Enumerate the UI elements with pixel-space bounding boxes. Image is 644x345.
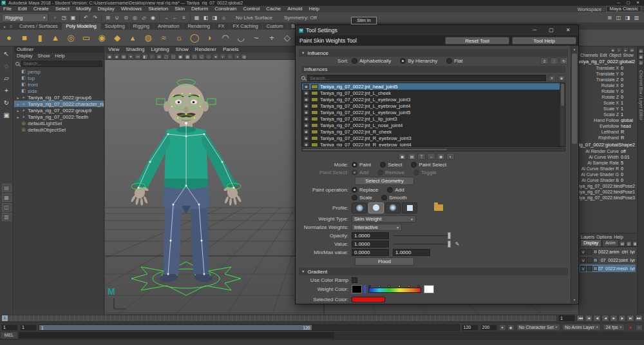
select-geometry-button[interactable]: Select Geometry bbox=[355, 177, 414, 185]
speed-slow-icon[interactable]: ▹ bbox=[616, 47, 622, 52]
channel-value[interactable]: R bbox=[621, 135, 636, 140]
shadows-icon[interactable]: ◑ bbox=[234, 54, 240, 59]
copy-weights-icon[interactable]: ▣ bbox=[398, 153, 406, 160]
poly-disc-icon[interactable]: ◉ bbox=[95, 31, 109, 45]
construction-history-icon[interactable]: ≡ bbox=[180, 14, 188, 22]
workspace-value[interactable]: Maya Classic bbox=[606, 6, 641, 12]
influence-visibility-icon[interactable]: ◉ bbox=[303, 123, 309, 128]
redo-icon[interactable]: ↷ bbox=[91, 14, 99, 22]
scale-tool[interactable]: ▣ bbox=[1, 110, 12, 121]
new-layer-from-selected-icon[interactable]: ▥ bbox=[626, 241, 632, 246]
channel-row-ai-curve-shader-g[interactable]: Ai Curve Shader G0 bbox=[579, 172, 636, 177]
ipr-render-icon[interactable]: ◨ bbox=[211, 14, 219, 22]
animation-preferences-icon[interactable]: ☼ bbox=[636, 324, 643, 331]
menu-arnold[interactable]: Arnold bbox=[284, 6, 305, 12]
undo-icon[interactable]: ↶ bbox=[82, 14, 90, 22]
shelf-tab-sculpting[interactable]: Sculpting bbox=[101, 23, 129, 30]
snap-to-grid-icon[interactable]: ⊞ bbox=[104, 14, 112, 22]
layer-tab-anim[interactable]: Anim bbox=[602, 239, 619, 246]
open-scene-icon[interactable]: ◳ bbox=[60, 14, 68, 22]
sidebar-tool-settings-icon[interactable]: ◨ bbox=[623, 14, 632, 22]
output-connections-icon[interactable]: ← bbox=[171, 14, 179, 22]
ramp-marker-icon[interactable] bbox=[408, 285, 410, 288]
weight-color-ramp[interactable] bbox=[368, 285, 421, 294]
value-slider-handle[interactable] bbox=[448, 241, 451, 248]
menu-control[interactable]: Control bbox=[240, 6, 263, 12]
menu-edit[interactable]: Edit bbox=[15, 6, 30, 12]
influence-row-jnt-head-joint5[interactable]: ◉Taniya_rig_07_0022:jnt_head_joint5 bbox=[302, 83, 565, 90]
bookmarks-icon[interactable]: ▾ bbox=[128, 54, 134, 59]
shaded-icon[interactable]: ● bbox=[213, 54, 219, 59]
new-scene-icon[interactable]: ▫ bbox=[51, 14, 59, 22]
snap-to-curve-icon[interactable]: ∪ bbox=[113, 14, 121, 22]
channel-value[interactable]: 0 bbox=[621, 66, 636, 70]
channel-box-object-name[interactable]: Taniya_rig_07_0022:global2 bbox=[579, 59, 636, 65]
make-live-icon[interactable]: ◉ bbox=[149, 14, 157, 22]
ts-close-button[interactable]: ✕ bbox=[561, 25, 575, 35]
move-weights-icon[interactable]: ↔ bbox=[427, 153, 435, 160]
bind-pose-item[interactable]: Taniya_rig_07_0022:bindPose1 bbox=[579, 189, 636, 195]
shelf-tab-menu-icon[interactable]: ▾ bbox=[2, 25, 7, 29]
scroll-down-icon[interactable]: ▼ bbox=[571, 297, 578, 303]
influence-row-jnt-l-eyebrow-joint5[interactable]: ◉Taniya_rig_07_0022:jnt_L_eyebrow_joint5 bbox=[302, 109, 565, 115]
range-slider-track[interactable]: 1 120 bbox=[39, 324, 460, 331]
influence-color-swatch[interactable] bbox=[311, 104, 318, 108]
channel-row-ai-curve-shader-b[interactable]: Ai Curve Shader B0 bbox=[579, 177, 636, 183]
speed-fast-icon[interactable]: ≫ bbox=[629, 47, 635, 52]
textured-icon[interactable]: ◐ bbox=[220, 54, 226, 59]
menu-skeleton[interactable]: Skeleton bbox=[145, 6, 171, 12]
influence-visibility-icon[interactable]: ◉ bbox=[303, 116, 309, 121]
sort-by-hierarchy-radio[interactable] bbox=[400, 58, 406, 64]
render-settings-icon[interactable]: ☼ bbox=[220, 14, 228, 22]
current-frame-field[interactable] bbox=[558, 315, 575, 322]
minimize-button[interactable]: ─ bbox=[614, 0, 623, 6]
outliner-search-input[interactable] bbox=[21, 61, 102, 67]
maximize-button[interactable]: ▢ bbox=[623, 0, 633, 6]
channel-value[interactable]: 1 bbox=[621, 106, 636, 111]
viewport-menu-shading[interactable]: Shading bbox=[122, 46, 147, 53]
scroll-up-icon[interactable]: ▲ bbox=[571, 46, 578, 52]
outliner-menu-help[interactable]: Help bbox=[52, 53, 67, 59]
channel-box-menu-show[interactable]: Show bbox=[623, 53, 633, 59]
layer-row-joint-lyr[interactable]: VTaniya_rig_07_0022:joint_lyr bbox=[580, 256, 636, 264]
field-chart-icon[interactable]: ▩ bbox=[184, 54, 191, 59]
influence-row-jnt-l-eyebrow-joint3[interactable]: ◉Taniya_rig_07_0022:jnt_L_eyebrow_joint3 bbox=[302, 96, 565, 103]
channel-row-hand-follow[interactable]: Hand Followglobal bbox=[579, 117, 636, 123]
poly-torus-icon[interactable]: ◎ bbox=[64, 31, 78, 45]
snap-to-point-icon[interactable]: ⊙ bbox=[122, 14, 130, 22]
influence-visibility-icon[interactable]: ◉ bbox=[303, 135, 309, 141]
paint-select-toggle-radio[interactable] bbox=[413, 170, 419, 175]
influences-vertical-scrollbar[interactable] bbox=[560, 83, 565, 146]
outliner-item-defaultobjectset[interactable]: ◎defaultObjectSet bbox=[14, 126, 104, 133]
mode-paint-radio[interactable] bbox=[352, 162, 357, 168]
layer-tab-display[interactable]: Display bbox=[580, 239, 601, 246]
lock-camera-icon[interactable]: ◈ bbox=[113, 54, 120, 59]
influence-color-swatch[interactable] bbox=[311, 110, 318, 115]
layer-color-swatch[interactable] bbox=[593, 258, 598, 262]
pan-zoom-icon[interactable]: ◧ bbox=[142, 54, 148, 59]
outliner-item-front[interactable]: ◧front bbox=[14, 81, 104, 88]
influence-row-jnt-l-nose-joint4[interactable]: ◉Taniya_rig_07_0022:jnt_L_nose_joint4 bbox=[302, 122, 565, 128]
channel-row-ai-render-curve[interactable]: Ai Render Curveoff bbox=[579, 148, 636, 154]
outliner-item-side[interactable]: ◧side bbox=[14, 88, 104, 94]
range-slider-handle[interactable]: 1 120 bbox=[39, 325, 312, 330]
go-to-end-button[interactable]: ▶▶| bbox=[635, 315, 643, 322]
snap-to-view-plane-icon[interactable]: ▱ bbox=[140, 14, 148, 22]
min-value-field[interactable] bbox=[352, 249, 389, 256]
poly-sphere-icon[interactable]: ● bbox=[2, 31, 16, 45]
channel-row-scale-z[interactable]: Scale Z1 bbox=[579, 112, 636, 117]
menu-display[interactable]: Display bbox=[95, 6, 118, 12]
brush-square-button[interactable] bbox=[402, 202, 417, 213]
brush-solid-button[interactable] bbox=[368, 202, 384, 213]
influence-row-jnt-r-cheek[interactable]: ◉Taniya_rig_07_0022:jnt_R_cheek bbox=[302, 128, 565, 135]
menu-set-selector[interactable]: Rigging ▾ bbox=[2, 14, 48, 22]
channel-row-scale-y[interactable]: Scale Y1 bbox=[579, 106, 636, 112]
xray-icon[interactable]: ◍ bbox=[241, 54, 247, 59]
channel-row-translate-x[interactable]: Translate X0 bbox=[579, 65, 636, 71]
weight-color-min-swatch[interactable] bbox=[352, 285, 362, 293]
influence-color-swatch[interactable] bbox=[311, 130, 318, 134]
weight-hammer-icon[interactable]: ⊤ bbox=[417, 153, 426, 160]
ramp-marker-icon[interactable] bbox=[398, 285, 401, 288]
channel-row-righthand[interactable]: RighthandR bbox=[579, 135, 636, 141]
opacity-slider-handle[interactable] bbox=[448, 232, 451, 239]
